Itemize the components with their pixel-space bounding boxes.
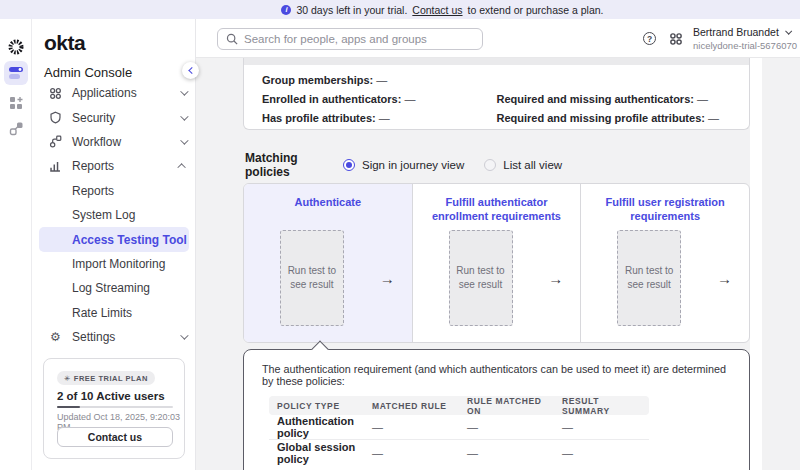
column-header: POLICY TYPE (269, 401, 364, 411)
policies-table: POLICY TYPE MATCHED RULE RULE MATCHED ON… (269, 396, 649, 465)
nav-label: Settings (72, 330, 180, 344)
sidebar-item-rate-limits[interactable]: Rate Limits (32, 301, 196, 325)
chevron-down-icon (785, 27, 791, 33)
free-trial-badge-label: FREE TRIAL PLAN (74, 374, 148, 383)
top-bar: ? Bertrand Bruandet nicelydone-trial-567… (196, 19, 800, 58)
sidebar-nav: Applications Security Workflow (32, 81, 196, 349)
column-header: MATCHED RULE (364, 401, 459, 411)
sidebar-item-reports[interactable]: Reports (32, 154, 196, 178)
table-row: Authentication policy — — — (269, 415, 649, 440)
nav-label: Workflow (72, 135, 180, 149)
run-test-placeholder: Run test tosee result (617, 230, 681, 326)
integrations-rail-icon[interactable] (4, 116, 28, 140)
contact-us-button[interactable]: Contact us (57, 427, 173, 447)
admin-console-title: Admin Console (44, 65, 132, 80)
info-icon: i (281, 5, 291, 15)
sidebar-item-workflow[interactable]: Workflow (32, 130, 196, 154)
sidebar-item-reports-reports[interactable]: Reports (32, 179, 196, 203)
users-progress-bar (57, 406, 173, 408)
sidebar-item-import-monitoring[interactable]: Import Monitoring (32, 252, 196, 276)
user-menu[interactable]: Bertrand Bruandet nicelydone-trial-56760… (693, 26, 797, 51)
sidebar-item-settings[interactable]: ⚙ Settings (32, 325, 196, 349)
radio-label: Sign in journey view (362, 159, 464, 171)
banner-text-rest: to extend or purchase a plan. (468, 4, 604, 16)
nav-label: Applications (72, 86, 180, 100)
icon-rail (0, 19, 32, 470)
user-name: Bertrand Bruandet (693, 26, 779, 38)
trial-plan-card: ✳ FREE TRIAL PLAN 2 of 10 Active users U… (43, 358, 185, 459)
has-profile-attributes-field: Has profile attributes: — (262, 112, 497, 124)
sidebar-collapse-button[interactable] (182, 62, 199, 79)
okta-wordmark: okta (44, 31, 85, 55)
group-memberships-field: Group memberships: — (262, 74, 498, 86)
workflow-icon (48, 134, 63, 149)
shield-icon (48, 110, 63, 125)
banner-contact-link[interactable]: Contact us (412, 4, 462, 16)
free-trial-badge: ✳ FREE TRIAL PLAN (57, 371, 155, 385)
sidebar-item-security[interactable]: Security (32, 105, 196, 129)
sidebar-item-log-streaming[interactable]: Log Streaming (32, 276, 196, 300)
arrow-right-icon: → (548, 270, 580, 287)
okta-aura-icon[interactable] (4, 35, 28, 59)
nav-sub-label: Access Testing Tool (72, 233, 187, 247)
chevron-down-icon (180, 88, 188, 96)
chevron-down-icon (180, 136, 188, 144)
nav-sub-label: Log Streaming (72, 281, 150, 295)
step-card-user-registration[interactable]: Fulfill user registration requirements R… (581, 184, 749, 342)
search-icon (226, 33, 238, 45)
column-header: RULE MATCHED ON (459, 396, 554, 416)
gear-icon: ⚙ (48, 330, 63, 345)
nav-sub-label: Rate Limits (72, 306, 132, 320)
summary-card-header-strip (244, 58, 749, 65)
org-name: nicelydone-trial-5676070 (693, 40, 797, 51)
step-card-authenticate[interactable]: Authenticate Run test tosee result → (244, 184, 413, 342)
nav-label: Reports (72, 159, 180, 173)
radio-unselected-icon (484, 159, 496, 171)
sidebar-item-applications[interactable]: Applications (32, 81, 196, 105)
radio-list-all-view[interactable]: List all view (484, 159, 562, 171)
admin-console-rail-icon[interactable] (4, 61, 28, 85)
column-header: RESULT SUMMARY (554, 396, 649, 416)
matching-policies-label: Matching policies (245, 151, 331, 179)
add-apps-rail-icon[interactable] (4, 91, 28, 115)
run-test-placeholder: Run test tosee result (449, 230, 513, 326)
sidebar: okta Admin Console Applications Security (32, 19, 196, 470)
apps-grid-icon (48, 86, 63, 101)
arrow-right-icon: → (717, 270, 749, 287)
search-input[interactable] (244, 33, 474, 45)
nav-label: Security (72, 111, 180, 125)
required-missing-authenticators-field: Required and missing authenticators: — (497, 93, 732, 105)
nav-sub-label: Import Monitoring (72, 257, 165, 271)
sparkle-icon: ✳ (64, 374, 71, 383)
scrollbar-track[interactable] (750, 58, 762, 470)
chevron-down-icon (180, 331, 188, 339)
table-row: Global session policy — — — (269, 440, 649, 465)
radio-selected-icon (343, 159, 355, 171)
user-summary-card: Group memberships: — Enrolled in authent… (243, 58, 750, 130)
policies-detail-panel: The authentication requirement (and whic… (243, 349, 750, 470)
bar-chart-icon (48, 159, 63, 174)
enrolled-authenticators-field: Enrolled in authenticators: — (262, 93, 497, 105)
nav-sub-label: Reports (72, 184, 114, 198)
journey-steps-row: Authenticate Run test tosee result → Ful… (243, 183, 750, 343)
step-title: Fulfill user registration requirements (599, 195, 731, 223)
radio-sign-in-journey-view[interactable]: Sign in journey view (343, 159, 464, 171)
sidebar-item-access-testing-tool[interactable]: Access Testing Tool (39, 227, 189, 251)
main-content: Group memberships: — Enrolled in authent… (196, 58, 800, 470)
users-progress-fill (57, 406, 80, 408)
step-card-authenticator-enrollment[interactable]: Fulfill authenticator enrollment require… (413, 184, 582, 342)
view-toggle: Sign in journey view List all view (343, 159, 562, 171)
required-missing-profile-attributes-field: Required and missing profile attributes:… (497, 112, 732, 124)
arrow-right-icon: → (380, 270, 412, 287)
step-title: Fulfill authenticator enrollment require… (431, 195, 563, 223)
help-icon[interactable]: ? (643, 32, 656, 45)
nav-sub-label: System Log (72, 208, 135, 222)
active-users-count: 2 of 10 Active users (57, 390, 165, 402)
global-search[interactable] (217, 28, 483, 50)
banner-text-lead: 30 days left in your trial. (296, 4, 407, 16)
radio-label: List all view (503, 159, 562, 171)
chevron-left-icon (188, 67, 195, 74)
sidebar-item-system-log[interactable]: System Log (32, 203, 196, 227)
run-test-placeholder: Run test tosee result (280, 230, 344, 326)
app-switcher-icon[interactable] (669, 32, 683, 46)
